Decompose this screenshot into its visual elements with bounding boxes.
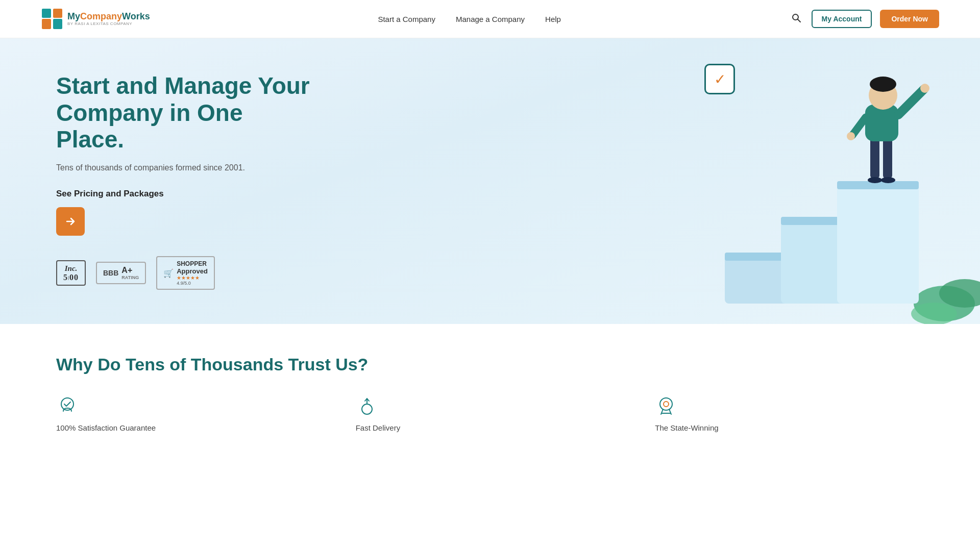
delivery-icon (356, 395, 378, 417)
hero-section: Start and Manage Your Company in One Pla… (0, 38, 980, 324)
hero-arrow-button[interactable] (56, 207, 85, 236)
svg-point-24 (920, 84, 929, 93)
svg-point-8 (911, 303, 957, 324)
why-card-label-award: The State-Winning (655, 423, 718, 432)
why-card-award: The State-Winning (655, 395, 924, 432)
shopper-text-block: SHOPPERApproved ★★★★★ 4.9/5.0 (177, 260, 208, 286)
bbb-rating-block: A+ RATING (121, 266, 139, 280)
why-card-label-delivery: Fast Delivery (356, 423, 401, 432)
navbar: MyCompanyWorks BY RASI A LEXITAS COMPANY… (0, 0, 980, 38)
shopper-approved-badge: 🛒 SHOPPERApproved ★★★★★ 4.9/5.0 (156, 256, 215, 290)
badges-row: Inc. 5|00 BBB A+ RATING 🛒 SHOPPERApprove… (56, 256, 316, 290)
shopper-score: 4.9/5.0 (177, 281, 208, 286)
logo-subtitle: BY RASI A LEXITAS COMPANY (67, 22, 150, 27)
svg-point-26 (847, 132, 855, 140)
svg-rect-13 (837, 181, 919, 304)
svg-rect-1 (42, 9, 51, 18)
nav-help[interactable]: Help (545, 15, 561, 23)
navbar-actions: My Account Order Now (789, 10, 939, 28)
svg-rect-15 (870, 138, 879, 179)
svg-point-19 (881, 177, 895, 183)
logo-text: MyCompanyWorks (67, 12, 150, 22)
svg-point-30 (664, 402, 669, 407)
bbb-rating-value: A+ (121, 266, 139, 275)
svg-rect-20 (865, 105, 898, 141)
svg-point-22 (870, 77, 896, 92)
svg-line-5 (797, 19, 800, 22)
cart-icon: 🛒 (163, 268, 174, 278)
svg-line-25 (852, 117, 866, 135)
arrow-right-icon (64, 215, 77, 228)
inc500-badge: Inc. 5|00 (56, 260, 86, 286)
search-icon (791, 13, 801, 23)
hero-content: Start and Manage Your Company in One Pla… (0, 72, 316, 321)
logo[interactable]: MyCompanyWorks BY RASI A LEXITAS COMPANY (41, 8, 150, 30)
why-card-label-satisfaction: 100% Satisfaction Guarantee (56, 423, 156, 432)
nav-manage-company[interactable]: Manage a Company (456, 15, 525, 23)
order-now-button[interactable]: Order Now (880, 10, 939, 28)
svg-rect-3 (53, 19, 62, 29)
why-cards-row: 100% Satisfaction Guarantee Fast Deliver… (56, 395, 924, 432)
satisfaction-icon (56, 395, 79, 417)
hero-scene-svg (674, 59, 980, 324)
shopper-stars: ★★★★★ (177, 275, 208, 281)
my-account-button[interactable]: My Account (812, 10, 872, 28)
svg-rect-0 (42, 19, 51, 29)
hero-title: Start and Manage Your Company in One Pla… (56, 72, 316, 154)
nav-start-company[interactable]: Start a Company (378, 15, 435, 23)
why-card-delivery: Fast Delivery (356, 395, 625, 432)
award-icon (655, 395, 677, 417)
hero-subtitle: Tens of thousands of companies formed si… (56, 163, 316, 172)
main-nav: Start a Company Manage a Company Help (378, 15, 561, 23)
bbb-rating-label: RATING (121, 275, 139, 280)
why-card-satisfaction: 100% Satisfaction Guarantee (56, 395, 325, 432)
bbb-logo-text: BBB (103, 269, 118, 277)
hero-illustration: ✓ (674, 59, 980, 324)
svg-rect-2 (53, 9, 62, 18)
svg-point-28 (362, 404, 372, 414)
why-section: Why Do Tens of Thousands Trust Us? 100% … (0, 324, 980, 442)
search-button[interactable] (789, 11, 803, 28)
shopper-label: SHOPPERApproved (177, 260, 208, 275)
bbb-badge: BBB A+ RATING (96, 262, 146, 284)
svg-point-29 (660, 398, 672, 410)
svg-rect-16 (883, 138, 892, 179)
why-section-title: Why Do Tens of Thousands Trust Us? (56, 355, 924, 374)
svg-line-23 (898, 89, 924, 115)
svg-point-18 (868, 177, 882, 183)
inc-top-label: Inc. (65, 264, 78, 273)
hero-cta-label: See Pricing and Packages (56, 189, 316, 199)
inc-bottom-label: 5|00 (63, 273, 79, 282)
